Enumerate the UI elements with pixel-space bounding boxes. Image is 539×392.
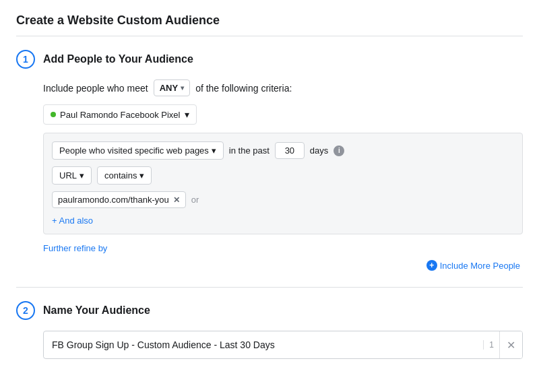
step1-circle: 1 [16, 50, 35, 69]
section2-header: 2 Name Your Audience [16, 301, 523, 320]
divider [16, 36, 523, 36]
pixel-name: Paul Ramondo Facebook Pixel [60, 110, 181, 120]
info-icon[interactable]: i [334, 145, 344, 156]
url-caret-icon: ▾ [80, 170, 84, 181]
any-dropdown[interactable]: ANY ▾ [154, 79, 190, 96]
section-name-audience: 2 Name Your Audience 1 ✕ [16, 287, 523, 359]
and-also-link[interactable]: + And also [52, 216, 93, 226]
tag-row: paulramondo.com/thank-you ✕ or [52, 191, 514, 208]
include-more-link[interactable]: + Include More People [426, 260, 520, 271]
name-clear-button[interactable]: ✕ [499, 331, 522, 358]
char-count: 1 [483, 340, 499, 350]
audience-name-input[interactable] [44, 333, 483, 357]
url-tag: paulramondo.com/thank-you ✕ [52, 191, 186, 208]
step2-circle: 2 [16, 301, 35, 320]
days-label: days [310, 145, 328, 156]
url-dropdown[interactable]: URL ▾ [52, 166, 92, 185]
tag-remove-btn[interactable]: ✕ [173, 195, 180, 205]
or-label: or [191, 195, 199, 205]
rule-type-row: People who visited specific web pages ▾ … [52, 141, 514, 160]
include-people-row: Include people who meet ANY ▾ of the fol… [43, 79, 523, 96]
section1-header: 1 Add People to Your Audience [16, 50, 523, 69]
contains-caret-icon: ▾ [139, 170, 144, 181]
include-more-label: Include More People [440, 261, 520, 271]
pixel-selector[interactable]: Paul Ramondo Facebook Pixel ▾ [43, 104, 197, 125]
url-contains-row: URL ▾ contains ▾ [52, 166, 514, 185]
include-more-row: + Include More People [16, 260, 523, 271]
rules-container: People who visited specific web pages ▾ … [43, 133, 523, 234]
contains-dropdown[interactable]: contains ▾ [97, 166, 152, 185]
days-input[interactable] [275, 142, 305, 159]
section1-title: Add People to Your Audience [43, 53, 193, 65]
in-past-label: in the past [229, 145, 270, 156]
page-container: Create a Website Custom Audience 1 Add P… [0, 0, 539, 389]
section-add-people: 1 Add People to Your Audience Include pe… [16, 50, 523, 271]
include-label: Include people who meet [43, 83, 148, 94]
pixel-status-dot [51, 112, 56, 117]
audience-name-container: 1 ✕ [43, 331, 523, 359]
further-refine-row: Further refine by [43, 242, 523, 253]
rule-type-dropdown[interactable]: People who visited specific web pages ▾ [52, 141, 224, 160]
further-refine-link[interactable]: Further refine by [43, 243, 107, 253]
page-title: Create a Website Custom Audience [16, 13, 523, 28]
criteria-label: of the following criteria: [195, 83, 292, 94]
tag-value: paulramondo.com/thank-you [58, 195, 169, 205]
section2-title: Name Your Audience [43, 304, 150, 317]
any-caret-icon: ▾ [181, 84, 184, 92]
pixel-caret-icon: ▾ [185, 109, 189, 120]
and-also-row: + And also [52, 215, 514, 226]
rule-type-caret-icon: ▾ [212, 145, 216, 156]
plus-circle-icon: + [426, 260, 437, 271]
